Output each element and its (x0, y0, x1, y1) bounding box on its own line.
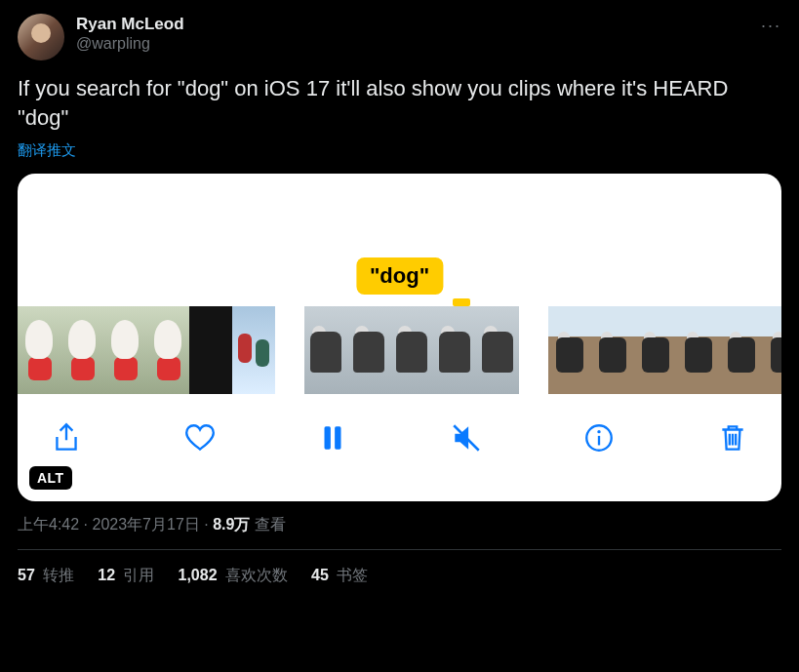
bookmarks-stat[interactable]: 45 书签 (311, 566, 368, 586)
mute-button[interactable] (445, 416, 488, 459)
thumbnail[interactable] (189, 306, 232, 394)
thumbnail[interactable] (304, 306, 347, 394)
avatar[interactable] (18, 14, 64, 60)
keyword-badge: "dog" (356, 257, 443, 295)
thumbnail[interactable] (433, 306, 476, 394)
stat-label: 转推 (39, 567, 74, 583)
thumbnail[interactable] (763, 306, 781, 394)
media-toolbar (18, 394, 781, 482)
thumbnail[interactable] (677, 306, 720, 394)
like-button[interactable] (179, 416, 221, 459)
svg-rect-1 (335, 427, 340, 450)
tweet-meta: 上午4:42 · 2023年7月17日 · 8.9万 查看 (18, 515, 781, 535)
thumbnail[interactable] (548, 306, 591, 394)
stat-number: 57 (18, 567, 35, 583)
info-button[interactable] (578, 416, 620, 459)
trash-button[interactable] (711, 416, 754, 459)
card-top: "dog" (18, 174, 781, 306)
clip-group-2[interactable] (304, 306, 519, 394)
separator: · (79, 516, 92, 533)
display-name[interactable]: Ryan McLeod (76, 14, 184, 34)
author-names: Ryan McLeod @warpling (76, 14, 184, 54)
date[interactable]: 2023年7月17日 (92, 516, 199, 533)
mute-icon (450, 421, 483, 455)
stat-label: 喜欢次数 (221, 567, 288, 583)
thumbnail[interactable] (476, 306, 519, 394)
thumbnail[interactable] (347, 306, 390, 394)
quotes-stat[interactable]: 12 引用 (98, 566, 154, 586)
alt-badge[interactable]: ALT (29, 466, 72, 490)
views-label: 查看 (250, 516, 285, 533)
thumbnail[interactable] (60, 306, 103, 394)
stat-label: 书签 (333, 567, 368, 583)
tweet-header: Ryan McLeod @warpling ··· (18, 14, 781, 60)
stat-label: 引用 (119, 567, 154, 583)
svg-rect-0 (325, 427, 331, 450)
likes-stat[interactable]: 1,082 喜欢次数 (179, 566, 289, 586)
heart-icon (183, 421, 217, 455)
trash-icon (716, 421, 749, 455)
info-icon (582, 421, 616, 455)
pause-icon (316, 421, 349, 455)
thumbnail[interactable] (591, 306, 634, 394)
clip-group-1[interactable] (18, 306, 275, 394)
thumbnail[interactable] (720, 306, 763, 394)
stat-number: 12 (98, 567, 115, 583)
retweets-stat[interactable]: 57 转推 (18, 566, 74, 586)
tweet-stats: 57 转推 12 引用 1,082 喜欢次数 45 书签 (18, 550, 781, 586)
thumbnail[interactable] (390, 306, 433, 394)
thumbnail[interactable] (232, 306, 275, 394)
translate-link[interactable]: 翻译推文 (18, 141, 76, 160)
share-button[interactable] (45, 416, 88, 459)
more-button[interactable]: ··· (761, 16, 781, 36)
thumbnail[interactable] (634, 306, 677, 394)
time[interactable]: 上午4:42 (18, 516, 79, 533)
stat-number: 1,082 (179, 567, 218, 583)
playhead-marker (453, 298, 470, 306)
thumbnail[interactable] (18, 306, 60, 394)
handle[interactable]: @warpling (76, 34, 184, 54)
stat-number: 45 (311, 567, 329, 583)
separator: · (200, 516, 213, 533)
clip-group-3[interactable] (548, 306, 781, 394)
views-count[interactable]: 8.9万 (213, 516, 250, 533)
thumbnail[interactable] (103, 306, 146, 394)
thumbnail[interactable] (146, 306, 189, 394)
share-icon (50, 421, 83, 455)
pause-button[interactable] (311, 416, 354, 459)
tweet-text: If you search for "dog" on iOS 17 it'll … (18, 74, 781, 132)
tweet-container: Ryan McLeod @warpling ··· If you search … (0, 0, 799, 586)
svg-point-3 (598, 430, 601, 433)
filmstrip[interactable] (18, 306, 781, 394)
media-card[interactable]: "dog" (18, 174, 781, 501)
